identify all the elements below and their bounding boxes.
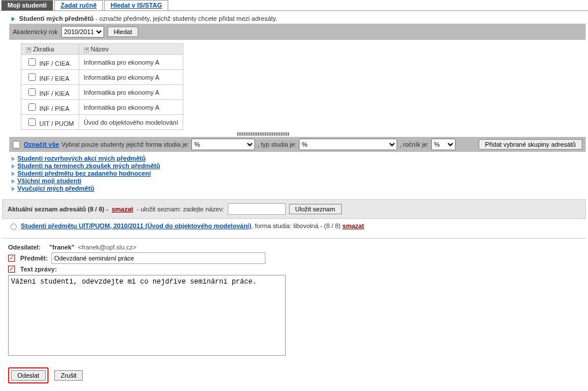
sender-email: <franek@opf.slu.cz> xyxy=(78,244,136,251)
sender-label: Odesílatel: xyxy=(8,244,40,251)
recipient-count-label: Aktuální seznam adresátů (8 / 8) - xyxy=(8,206,108,213)
year-label: Akademický rok xyxy=(13,28,58,35)
link-schedule-students[interactable]: Studenti rozvrhových akcí mých předmětů xyxy=(17,155,146,162)
sort-icon xyxy=(26,47,31,53)
row-checkbox[interactable] xyxy=(28,103,36,111)
filter-text: , ročník je: xyxy=(400,141,429,148)
section-heading: Studenti mých předmětů - označte předmět… xyxy=(2,13,586,24)
send-highlight: Odeslat xyxy=(8,367,49,383)
filter-text: Vybrat pouze studenty jejichž forma stud… xyxy=(61,141,189,148)
arrow-icon xyxy=(12,172,15,176)
table-row: INF / KIEA Informatika pro ekonomy A xyxy=(21,85,183,100)
tab-manual-entry[interactable]: Zadat ručně xyxy=(54,0,103,10)
row-checkbox[interactable] xyxy=(28,88,36,96)
row-checkbox[interactable] xyxy=(28,73,36,81)
required-icon: ✓ xyxy=(8,266,15,273)
tab-search-stag[interactable]: Hledat v IS/STAG xyxy=(104,0,168,10)
row-checkbox[interactable] xyxy=(28,118,36,126)
study-year-select[interactable]: % xyxy=(431,139,456,150)
resize-handle-icon[interactable] xyxy=(237,132,289,136)
save-list-name-input[interactable] xyxy=(228,203,286,215)
link-all-my-students[interactable]: Všichni moji studenti xyxy=(17,177,82,184)
recipient-group-link[interactable]: Studenti předmětu UIT/PUOM, 2010/2011 (Ú… xyxy=(21,222,252,229)
sender-name: "franek" xyxy=(49,244,74,251)
row-checkbox[interactable] xyxy=(28,58,36,66)
tab-my-students[interactable]: Moji studenti xyxy=(1,0,53,10)
year-bar: Akademický rok 2010/2011 Hledat xyxy=(9,24,586,40)
body-label: Text zprávy: xyxy=(20,266,57,273)
mark-all-link[interactable]: Označit vše xyxy=(24,141,59,148)
remove-group-link[interactable]: smazat xyxy=(342,222,364,229)
filter-bar: Označit vše Vybrat pouze studenty jejich… xyxy=(9,137,586,152)
recipient-group: Studenti předmětu UIT/PUOM, 2010/2011 (Ú… xyxy=(2,221,586,234)
sort-icon xyxy=(84,47,89,53)
compose-panel: Odesílatel: "franek" <franek@opf.slu.cz>… xyxy=(2,238,586,389)
arrow-icon xyxy=(12,164,15,169)
link-exam-students[interactable]: Studenti na termínech zkoušek mých předm… xyxy=(17,162,160,169)
cancel-button[interactable]: Zrušit xyxy=(54,370,83,381)
search-button[interactable]: Hledat xyxy=(108,27,139,37)
refresh-icon[interactable] xyxy=(10,224,17,230)
table-row: UIT / PUOM Úvod do objektového modelován… xyxy=(21,115,183,130)
recipient-group-meta: , forma studia: libovolná - (8 / 8) xyxy=(252,222,343,229)
clear-recipients-link[interactable]: smazat xyxy=(112,206,133,213)
recipient-list-bar: Aktuální seznam adresátů (8 / 8) - smaza… xyxy=(2,199,586,219)
col-code-header[interactable]: Zkratka xyxy=(21,44,79,55)
study-form-select[interactable]: % xyxy=(191,139,255,150)
table-row: INF / CIEA Informatika pro ekonomy A xyxy=(21,55,183,70)
subject-input[interactable] xyxy=(51,252,265,264)
required-icon: ✓ xyxy=(8,255,15,262)
save-list-text: - uložit seznam: zadejte název: xyxy=(137,206,224,213)
subject-table: Zkratka Název INF / CIEA Informatika pro… xyxy=(21,43,183,130)
year-select[interactable]: 2010/2011 xyxy=(61,26,104,38)
link-list: Studenti rozvrhových akcí mých předmětů … xyxy=(2,152,586,196)
arrow-icon xyxy=(12,179,15,184)
table-row: INF / PIEA Informatika pro ekonomy A xyxy=(21,100,183,115)
send-button[interactable]: Odeslat xyxy=(11,370,46,381)
subject-label: Předmět: xyxy=(20,255,48,262)
arrow-icon xyxy=(12,187,15,191)
arrow-icon xyxy=(12,157,15,161)
link-nograde-students[interactable]: Studenti předmětu bez zadaného hodnocení xyxy=(17,170,151,177)
link-my-teachers[interactable]: Vyučující mých předmětů xyxy=(17,185,94,192)
col-name-header[interactable]: Název xyxy=(79,44,183,55)
mark-all-checkbox[interactable] xyxy=(13,141,20,148)
tab-bar: Moji studenti Zadat ručně Hledat v IS/ST… xyxy=(0,0,588,11)
arrow-icon xyxy=(12,17,15,21)
save-list-button[interactable]: Uložit seznam xyxy=(289,204,342,214)
add-groups-button[interactable]: Přidat vybrané skupiny adresátů xyxy=(479,139,582,150)
filter-text: , typ studia je: xyxy=(257,141,297,148)
message-textarea[interactable] xyxy=(8,275,286,356)
study-type-select[interactable]: % xyxy=(299,139,397,150)
table-row: INF / EIEA Informatika pro ekonomy A xyxy=(21,70,183,85)
